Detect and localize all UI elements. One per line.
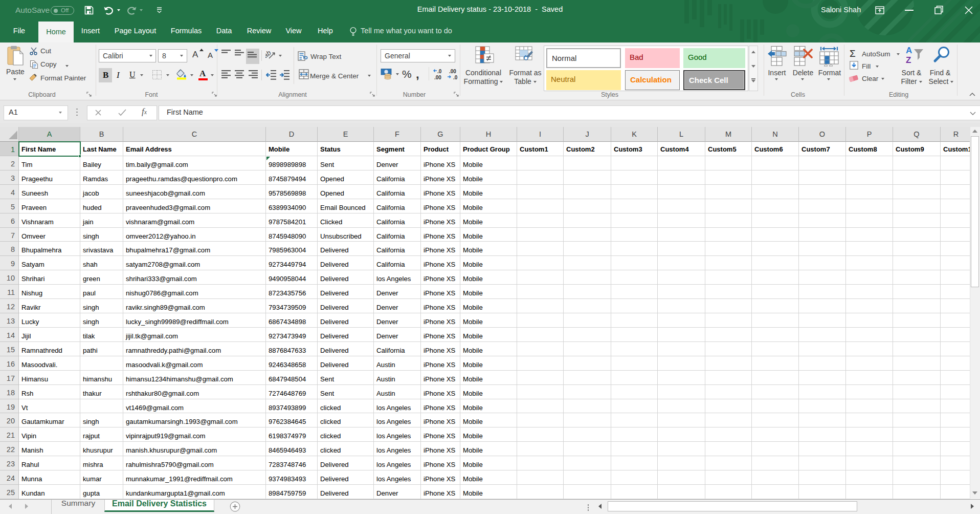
- svg-text:.00: .00: [434, 75, 441, 80]
- svg-text:Z: Z: [906, 55, 911, 65]
- svg-text:.0: .0: [437, 69, 442, 74]
- svg-text:.0: .0: [453, 75, 458, 80]
- svg-text:.00: .00: [449, 69, 456, 74]
- svg-text:ab: ab: [265, 49, 273, 59]
- svg-text:A: A: [906, 46, 912, 55]
